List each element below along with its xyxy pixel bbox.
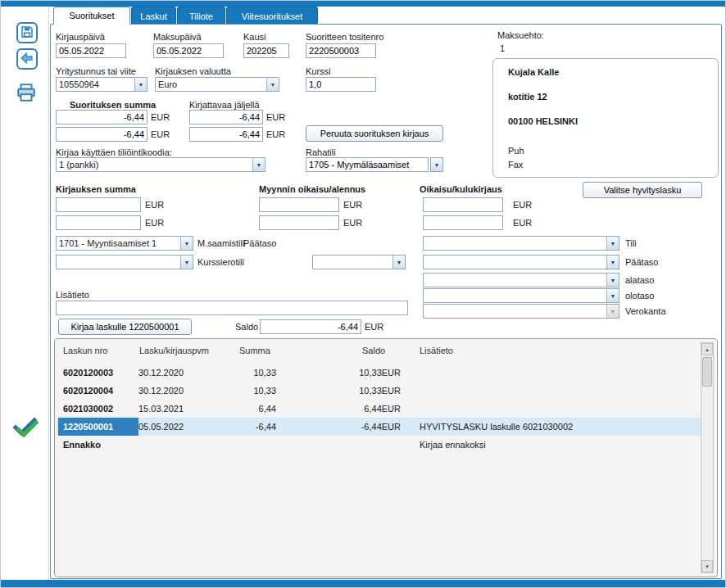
col-lisatieto: Lisätieto [420,346,453,355]
scroll-up-icon[interactable]: ▲ [701,343,713,355]
printer-icon [16,82,37,105]
paataso-combo[interactable]: ▼ [423,255,619,269]
chevron-down-icon[interactable]: ▼ [180,237,193,250]
chevron-down-icon[interactable]: ▼ [606,237,619,250]
msaamistili-combo[interactable]: 1701 - Myyntisaamiset 1 ▼ [56,236,193,251]
chevron-down-icon[interactable]: ▼ [606,274,619,287]
maksupaiva-field[interactable] [153,43,224,58]
save-button[interactable] [16,22,38,43]
chevron-down-icon[interactable]: ▼ [134,78,147,91]
myynnin-oikaisu-label: Myynnin oikaisu/alennus [259,184,365,194]
kirjauksen-summa-1[interactable] [56,197,141,212]
verokanta-label: Verokanta [625,306,666,316]
oikaisu-kulu-1[interactable] [423,197,503,212]
table-scrollbar[interactable]: ▲ ▼ [701,342,714,573]
verokanta-combo[interactable]: ▼ [423,304,619,319]
print-button[interactable] [13,81,39,106]
paataso-mid-label: Päätaso [243,238,276,248]
eur-label: EUR [145,218,164,228]
kirjauksen-summa-2[interactable] [56,215,141,230]
kurssierotili-label: Kurssierotili [197,257,244,267]
table-row[interactable]: Ennakko Kirjaa ennakoksi [57,436,701,454]
suorituksen-summa-label: Suorituksen summa [70,100,156,110]
toolbar-separator [48,7,49,580]
window-bottom-frame [1,580,726,588]
tiliointikoodi-label: Kirjaa käyttäen tiliöintikoodia: [56,147,172,157]
tab-tiliote[interactable]: Tiliote [177,7,225,25]
eur-label: EUR [145,200,164,210]
suoritus-summa-1[interactable] [56,110,147,124]
lisatieto-label: Lisätieto [56,290,89,300]
myynnin-oikaisu-2[interactable] [259,215,339,230]
rahatili-label: Rahatili [306,147,336,157]
table-row[interactable]: 6020120003 30.12.2020 10,33 10,33EUR [57,364,701,382]
kirjauksen-summa-label: Kirjauksen summa [56,184,136,194]
kirjattavaa-1[interactable] [189,110,263,124]
tositenro-field[interactable] [306,43,376,58]
kirjaa-laskulle-button[interactable]: Kirjaa laskulle 1220500001 [58,319,192,335]
chevron-down-icon: ▼ [434,162,440,168]
chevron-down-icon[interactable]: ▼ [180,256,193,269]
suoritus-summa-2[interactable] [56,127,147,142]
col-lasku-kirjauspvm: Lasku/kirjauspvm [139,346,209,355]
kirjattavaa-2[interactable] [189,127,263,142]
chevron-down-icon[interactable]: ▼ [392,256,405,269]
alataso-combo[interactable]: ▼ [423,273,619,287]
confirm-check-icon [12,414,39,442]
customer-info-box: Kujala Kalle kotitie 12 00100 HELSINKI P… [492,58,719,178]
chevron-down-icon[interactable]: ▼ [606,256,619,269]
kausi-field[interactable] [243,43,289,58]
olotaso-combo[interactable]: ▼ [423,288,619,303]
rahatili-dropdown-button[interactable]: ▼ [430,157,443,172]
paataso-mid-combo[interactable]: ▼ [312,255,406,269]
tab-suoritukset[interactable]: Suoritukset [53,7,130,25]
table-row-selected[interactable]: 1220500001 05.05.2022 -6,44 -6,44EUR HYV… [57,418,701,436]
undo-arrow-icon [20,51,34,67]
myynnin-oikaisu-1[interactable] [259,197,339,212]
eur-label: EUR [513,200,532,210]
invoice-table: Laskun nro Lasku/kirjauspvm Summa Saldo … [54,338,718,577]
tili-combo[interactable]: ▼ [423,236,619,251]
tositenro-label: Suoritteen tositenro [306,32,383,42]
maksuehto-value: 1 [500,43,505,53]
yritystunnus-combo[interactable]: 10550964 ▼ [56,77,147,92]
col-laskun-nro: Laskun nro [63,346,107,355]
confirm-button[interactable] [11,414,40,442]
tiliointikoodi-combo[interactable]: 1 (pankki) ▼ [56,157,265,172]
customer-fax-label: Fax [508,160,523,170]
chevron-down-icon[interactable]: ▼ [252,158,265,171]
eur-label: EUR [266,112,285,122]
lisatieto-field[interactable] [56,301,408,315]
kurssierotili-combo[interactable]: ▼ [56,255,193,269]
eur-label: EUR [343,200,362,210]
window-titlebar [1,1,726,7]
tab-viitesuoritukset[interactable]: Viitesuoritukset [226,7,318,25]
table-row[interactable]: 6021030002 15.03.2021 6,44 6,44EUR [57,400,701,418]
chevron-down-icon[interactable]: ▼ [266,78,279,91]
eur-label: EUR [151,129,170,139]
tab-laskut[interactable]: Laskut [131,7,176,25]
olotaso-label: olotaso [625,291,654,301]
undo-button[interactable] [16,48,38,70]
maksuehto-label: Maksuehto: [497,30,544,40]
scroll-thumb[interactable] [702,357,712,387]
peruuta-kirjaus-button[interactable]: Peruuta suorituksen kirjaus [306,125,443,142]
rahatili-field[interactable]: 1705 - Myymäläsaamiset [306,157,429,172]
saldo-field[interactable] [260,319,361,334]
customer-name: Kujala Kalle [508,67,559,77]
oikaisu-kulu-2[interactable] [423,215,503,230]
kirjauspaiva-field[interactable] [56,43,126,58]
save-icon [20,25,34,41]
kurssi-field[interactable] [306,77,376,92]
chevron-down-icon: ▼ [606,305,619,318]
kurssi-label: Kurssi [306,66,331,76]
table-row[interactable]: 6020120004 30.12.2020 10,33 10,33EUR [57,382,701,400]
paataso-label: Päätaso [625,257,658,267]
valitse-hyvityslasku-button[interactable]: Valitse hyvityslasku [583,182,702,198]
chevron-down-icon[interactable]: ▼ [606,289,619,302]
scroll-down-icon[interactable]: ▼ [701,560,713,572]
oikaisu-kulukirjaus-label: Oikaisu/kulukirjaus [420,184,502,194]
valuutta-combo[interactable]: Euro ▼ [155,77,279,92]
msaamistili-label: M.saamistili [197,238,244,248]
kausi-label: Kausi [243,32,266,42]
